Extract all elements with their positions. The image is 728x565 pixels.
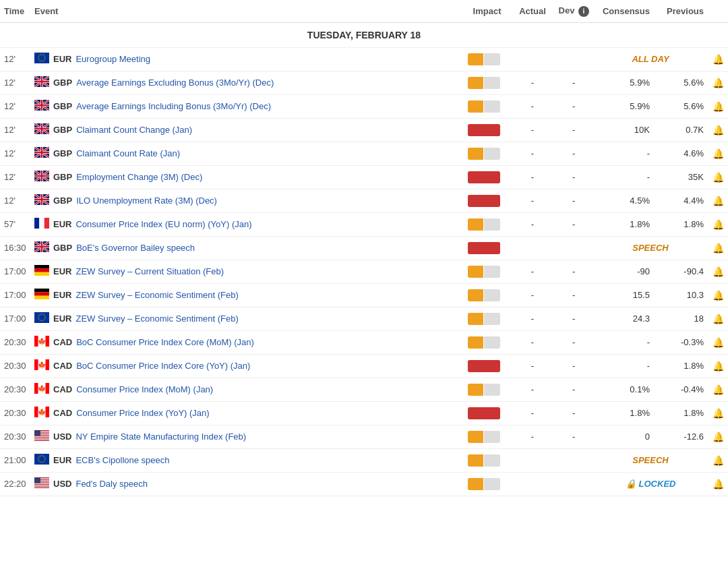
svg-rect-44	[46, 336, 50, 347]
bell-cell[interactable]: 🔔	[708, 212, 728, 236]
actual-value: -	[511, 212, 555, 236]
bell-cell[interactable]: 🔔	[708, 142, 728, 165]
table-row: 12'GBPAverage Earnings Excluding Bonus (…	[0, 71, 728, 94]
event-name[interactable]: BoE's Governor Bailey speech	[76, 243, 195, 253]
event-name[interactable]: ZEW Survey – Current Situation (Feb)	[75, 266, 224, 276]
event-name[interactable]: Average Earnings Including Bonus (3Mo/Yr…	[76, 101, 271, 111]
consensus-value: SPEECH	[593, 236, 708, 260]
impact-cell	[464, 118, 511, 142]
impact-cell	[464, 142, 511, 165]
bell-cell[interactable]: 🔔	[708, 307, 728, 330]
event-name[interactable]: Consumer Price Index (MoM) (Jan)	[76, 384, 213, 394]
info-icon[interactable]: i	[578, 6, 589, 17]
bell-icon[interactable]: 🔔	[712, 125, 724, 136]
impact-bar	[468, 123, 503, 137]
bell-cell[interactable]: 🔔	[708, 472, 728, 496]
bell-cell[interactable]: 🔔	[708, 260, 728, 283]
event-name[interactable]: Claimant Count Change (Jan)	[76, 125, 192, 135]
impact-cell	[464, 401, 511, 425]
bell-cell[interactable]: 🔔	[708, 448, 728, 472]
bell-icon[interactable]: 🔔	[712, 455, 724, 466]
impact-cell	[464, 448, 511, 472]
svg-rect-21	[44, 218, 49, 229]
bell-icon[interactable]: 🔔	[712, 384, 724, 395]
bell-cell[interactable]: 🔔	[708, 47, 728, 71]
bell-icon[interactable]: 🔔	[712, 148, 724, 159]
event-name[interactable]: Average Earnings Excluding Bonus (3Mo/Yr…	[76, 78, 274, 88]
table-row: 57'EURConsumer Price Index (EU norm) (Yo…	[0, 212, 728, 236]
consensus-value: -	[593, 354, 654, 378]
event-time: 12'	[0, 47, 30, 71]
event-name[interactable]: Consumer Price Index (YoY) (Jan)	[76, 408, 210, 418]
svg-text:🍁: 🍁	[38, 384, 47, 393]
header-bell	[708, 0, 728, 22]
flag-icon	[34, 76, 49, 89]
event-name[interactable]: NY Empire State Manufacturing Index (Feb…	[75, 432, 246, 442]
actual-value: -	[511, 425, 555, 448]
table-row: 12'GBPILO Unemployment Rate (3M) (Dec) -…	[0, 189, 728, 212]
event-name[interactable]: BoC Consumer Price Index Core (YoY) (Jan…	[76, 361, 250, 371]
impact-bar	[468, 336, 503, 349]
bell-icon[interactable]: 🔔	[712, 408, 724, 419]
event-name[interactable]: Eurogroup Meeting	[75, 54, 150, 64]
event-time: 16:30	[0, 236, 30, 260]
bell-icon[interactable]: 🔔	[712, 243, 724, 254]
event-cell: EURZEW Survey – Current Situation (Feb)	[30, 260, 464, 283]
bell-icon[interactable]: 🔔	[712, 266, 724, 277]
consensus-value: SPEECH	[593, 448, 708, 472]
table-row: 20:30🍁CADConsumer Price Index (YoY) (Jan…	[0, 401, 728, 425]
bell-cell[interactable]: 🔔	[708, 425, 728, 448]
bell-icon[interactable]: 🔔	[712, 78, 724, 88]
actual-value: -	[511, 378, 555, 401]
actual-value: -	[511, 118, 555, 142]
bell-icon[interactable]: 🔔	[712, 54, 724, 65]
bell-cell[interactable]: 🔔	[708, 189, 728, 212]
event-name[interactable]: ILO Unemployment Rate (3M) (Dec)	[76, 196, 217, 206]
event-name[interactable]: ZEW Survey – Economic Sentiment (Feb)	[75, 314, 238, 324]
bell-icon[interactable]: 🔔	[712, 172, 724, 183]
table-row: 17:00EURZEW Survey – Current Situation (…	[0, 260, 728, 283]
bell-cell[interactable]: 🔔	[708, 354, 728, 378]
impact-cell	[464, 425, 511, 448]
bell-cell[interactable]: 🔔	[708, 401, 728, 425]
bell-icon[interactable]: 🔔	[712, 337, 724, 348]
bell-icon[interactable]: 🔔	[712, 361, 724, 371]
actual-value: -	[511, 354, 555, 378]
event-name[interactable]: Claimant Count Rate (Jan)	[76, 148, 180, 158]
dev-value: -	[555, 378, 593, 401]
table-row: 12'GBPAverage Earnings Including Bonus (…	[0, 94, 728, 118]
svg-rect-85	[34, 487, 49, 487]
event-name[interactable]: BoC Consumer Price Index Core (MoM) (Jan…	[76, 337, 254, 347]
event-cell: 🍁CADConsumer Price Index (YoY) (Jan)	[30, 401, 464, 425]
event-cell: EURZEW Survey – Economic Sentiment (Feb)	[30, 307, 464, 330]
event-name[interactable]: Employment Change (3M) (Dec)	[76, 172, 202, 182]
bell-icon[interactable]: 🔔	[712, 314, 724, 324]
previous-value: -90.4	[654, 260, 708, 283]
actual-value: -	[511, 330, 555, 354]
bell-icon[interactable]: 🔔	[712, 196, 724, 206]
bell-icon[interactable]: 🔔	[712, 101, 724, 112]
event-name[interactable]: Consumer Price Index (EU norm) (YoY) (Ja…	[75, 219, 251, 229]
consensus-value: 5.9%	[593, 94, 654, 118]
bell-icon[interactable]: 🔔	[712, 479, 724, 489]
table-row: 21:00EURECB's Cipollone speech SPEECH🔔	[0, 448, 728, 472]
table-row: 20:30🍁CADConsumer Price Index (MoM) (Jan…	[0, 378, 728, 401]
bell-cell[interactable]: 🔔	[708, 94, 728, 118]
bell-icon[interactable]: 🔔	[712, 432, 724, 442]
bell-icon[interactable]: 🔔	[712, 219, 724, 230]
event-name[interactable]: Fed's Daly speech	[75, 479, 148, 489]
event-name[interactable]: ZEW Survey – Economic Sentiment (Feb)	[75, 290, 238, 300]
impact-bar	[468, 265, 503, 278]
flag-icon	[34, 241, 49, 254]
bell-cell[interactable]: 🔔	[708, 330, 728, 354]
bell-cell[interactable]: 🔔	[708, 283, 728, 307]
event-name[interactable]: ECB's Cipollone speech	[75, 455, 169, 465]
bell-cell[interactable]: 🔔	[708, 165, 728, 189]
bell-cell[interactable]: 🔔	[708, 378, 728, 401]
bell-cell[interactable]: 🔔	[708, 71, 728, 94]
bell-cell[interactable]: 🔔	[708, 236, 728, 260]
bell-icon[interactable]: 🔔	[712, 290, 724, 301]
event-cell: GBPBoE's Governor Bailey speech	[30, 236, 464, 260]
bell-cell[interactable]: 🔔	[708, 118, 728, 142]
dev-value: -	[555, 330, 593, 354]
